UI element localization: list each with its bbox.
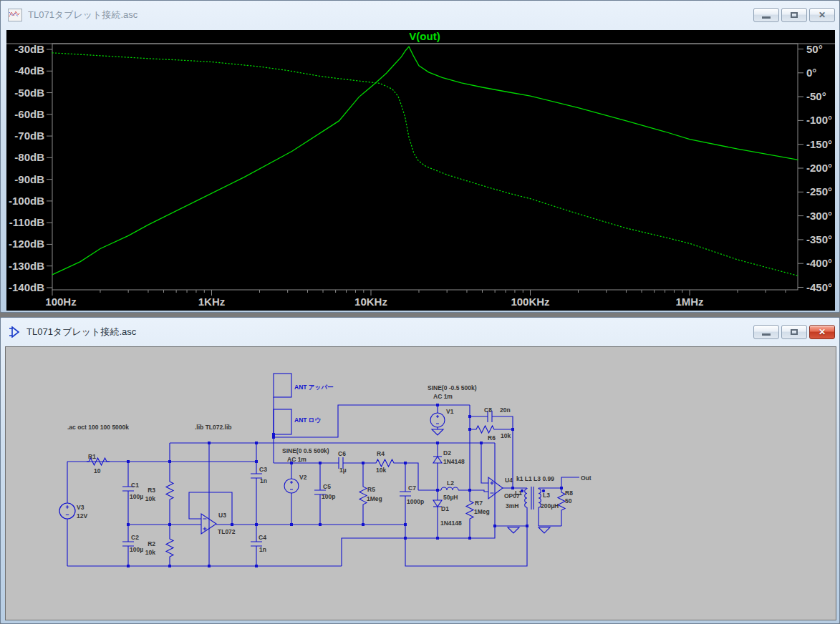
ground-primary — [508, 527, 519, 533]
svg-text:-150°: -150° — [806, 138, 832, 150]
resistor-R7 — [466, 499, 473, 522]
svg-text:R1: R1 — [88, 453, 96, 460]
svg-text:10KHz: 10KHz — [354, 296, 387, 308]
svg-text:-450°: -450° — [806, 281, 832, 293]
svg-text:L3: L3 — [543, 492, 550, 499]
minimize-icon — [762, 16, 771, 19]
svg-text:R5: R5 — [367, 486, 375, 493]
svg-text:-60dB: -60dB — [14, 108, 44, 120]
svg-text:-110dB: -110dB — [9, 216, 44, 228]
svg-text:50: 50 — [565, 497, 572, 504]
schematic-canvas[interactable]: .ac oct 100 100 5000k .lib TL072.lib R1 … — [5, 346, 836, 620]
out-net-label: Out — [581, 474, 592, 482]
svg-text:-350°: -350° — [806, 233, 832, 245]
bode-plot-area[interactable]: V(out)-30dB-40dB-50dB-60dB-70dB-80dB-90d… — [6, 30, 835, 311]
svg-text:100p: 100p — [322, 493, 335, 500]
svg-text:D2: D2 — [443, 449, 451, 457]
svg-text:V2: V2 — [299, 474, 307, 481]
svg-text:C8: C8 — [484, 406, 492, 414]
svg-text:100KHz: 100KHz — [511, 296, 549, 308]
plot-title: V(out) — [409, 30, 440, 42]
svg-text:R4: R4 — [377, 450, 385, 457]
phase-curve — [52, 53, 798, 276]
svg-text:TL072: TL072 — [218, 528, 236, 535]
svg-text:-300°: -300° — [806, 210, 832, 222]
svg-text:-80dB: -80dB — [14, 151, 44, 163]
svg-text:R2: R2 — [148, 540, 155, 547]
inductor-L1 — [525, 489, 527, 507]
svg-text:1Meg: 1Meg — [367, 495, 382, 502]
resistor-R2 — [166, 537, 173, 560]
svg-text:-400°: -400° — [806, 257, 832, 269]
svg-text:100µ: 100µ — [130, 493, 143, 500]
resistor-R6 — [474, 426, 497, 433]
svg-text:-70dB: -70dB — [14, 130, 44, 142]
svg-text:20n: 20n — [500, 406, 511, 414]
svg-text:0°: 0° — [806, 67, 816, 79]
svg-text:C7: C7 — [408, 484, 416, 492]
svg-text:1KHz: 1KHz — [198, 296, 226, 308]
svg-text:-100dB: -100dB — [9, 195, 44, 207]
voltage-source-V1 — [430, 413, 445, 427]
svg-text:100µ: 100µ — [130, 546, 143, 553]
plot-window-titlebar[interactable]: TL071タブレット接続.asc ✕ — [1, 1, 839, 26]
schematic-app-icon — [8, 326, 21, 338]
svg-text:C6: C6 — [338, 450, 346, 457]
close-button[interactable]: ✕ — [809, 325, 835, 339]
svg-text:12V: 12V — [77, 512, 87, 520]
ant-upper-label: ANT アッパー — [294, 384, 334, 391]
schematic-window-titlebar[interactable]: TL071タブレット接続.asc ✕ — [1, 318, 839, 343]
minimize-button[interactable] — [753, 8, 779, 22]
svg-text:C5: C5 — [323, 483, 331, 490]
svg-text:-40dB: -40dB — [14, 64, 44, 77]
circuit-wires — [67, 374, 579, 566]
svg-text:SINE(0 -0.5 500k): SINE(0 -0.5 500k) — [428, 384, 477, 391]
svg-text:C1: C1 — [131, 482, 139, 489]
minimize-button[interactable] — [753, 325, 779, 339]
maximize-button[interactable] — [781, 8, 807, 22]
svg-text:10k: 10k — [376, 467, 386, 474]
svg-text:C4: C4 — [259, 534, 266, 541]
svg-text:100Hz: 100Hz — [45, 296, 76, 308]
capacitor-C7 — [400, 492, 411, 496]
resistor-R8 — [558, 490, 565, 513]
svg-text:AC 1m: AC 1m — [287, 456, 306, 463]
svg-text:1n: 1n — [260, 477, 267, 484]
svg-text:1N4148: 1N4148 — [443, 458, 465, 465]
inductor-L2 — [441, 487, 458, 490]
magnitude-curve — [52, 47, 798, 275]
svg-text:U4: U4 — [505, 477, 513, 484]
svg-text:V1: V1 — [446, 408, 454, 415]
svg-text:R8: R8 — [565, 489, 573, 497]
close-button[interactable]: ✕ — [809, 8, 835, 22]
svg-text:-140dB: -140dB — [9, 281, 44, 293]
svg-text:200µH: 200µH — [541, 502, 559, 510]
resistor-R5 — [359, 484, 367, 507]
svg-text:-90dB: -90dB — [14, 173, 44, 185]
svg-text:-30dB: -30dB — [14, 43, 44, 55]
coupling-directive: k1 L1 L3 0.99 — [516, 475, 554, 482]
svg-text:-200°: -200° — [806, 162, 832, 174]
minimize-icon — [762, 333, 771, 336]
svg-text:1N4148: 1N4148 — [440, 520, 462, 527]
svg-text:R3: R3 — [148, 487, 155, 494]
svg-text:U3: U3 — [218, 512, 226, 519]
svg-text:1MHz: 1MHz — [675, 296, 703, 308]
svg-text:1000p: 1000p — [407, 498, 424, 505]
ant-low-label: ANT ロウ — [294, 416, 321, 424]
svg-text:D1: D1 — [441, 505, 449, 512]
directive-ac: .ac oct 100 100 5000k — [67, 424, 129, 431]
svg-text:1n: 1n — [259, 546, 266, 553]
svg-text:10k: 10k — [145, 495, 155, 502]
waveform-app-icon — [8, 9, 22, 21]
maximize-button[interactable] — [781, 325, 807, 339]
resistor-R4 — [374, 459, 397, 467]
svg-text:1Meg: 1Meg — [474, 508, 490, 515]
svg-text:10: 10 — [94, 467, 101, 474]
ground-secondary — [539, 527, 550, 533]
svg-text:1µ: 1µ — [339, 467, 347, 474]
svg-text:V3: V3 — [77, 504, 85, 511]
resistor-R3 — [166, 479, 173, 502]
svg-text:-120dB: -120dB — [9, 238, 44, 250]
schematic-window: TL071タブレット接続.asc ✕ — [0, 317, 840, 624]
